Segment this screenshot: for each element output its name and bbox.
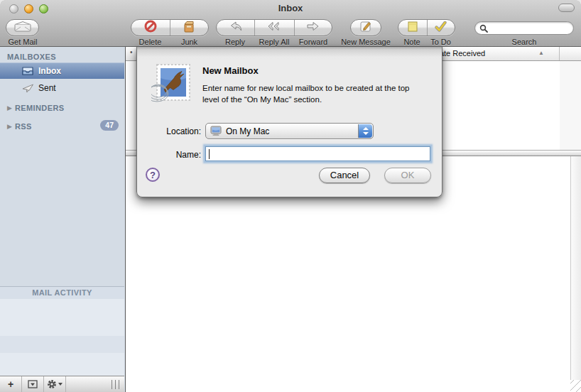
reply-all-arrows-icon: [267, 21, 281, 34]
location-value: On My Mac: [226, 126, 269, 136]
text-caret: [209, 149, 210, 159]
junk-bag-icon: [183, 21, 195, 36]
new-message-button[interactable]: [350, 19, 381, 36]
sticky-note-icon: [408, 21, 418, 35]
search-input[interactable]: [491, 23, 569, 33]
sidebar-resize-handle[interactable]: [112, 380, 121, 389]
reply-group: [216, 19, 332, 36]
sidebar-item-label: Sent: [38, 83, 56, 93]
forward-label: Forward: [294, 38, 332, 46]
mail-window: Inbox Get Mail: [0, 0, 581, 392]
sidebar-item-inbox[interactable]: Inbox: [0, 62, 124, 79]
location-label: Location:: [144, 126, 201, 136]
new-message-label: New Message: [339, 38, 393, 46]
paper-plane-icon: [21, 84, 34, 93]
sidebar-section-rss[interactable]: ▶ RSS 47: [0, 119, 124, 134]
prohibition-icon: [144, 20, 157, 36]
popup-stepper-icon: [358, 124, 372, 138]
new-mailbox-dialog: New Mailbox Enter name for new local mai…: [136, 47, 442, 197]
action-menu-button[interactable]: [44, 376, 66, 392]
name-label: Name:: [144, 150, 201, 160]
titlebar-toolbar: Inbox Get Mail: [0, 0, 581, 47]
reply-all-label: Reply All: [254, 38, 294, 46]
window-resize-grip[interactable]: [570, 380, 581, 392]
column-separator: [559, 47, 560, 60]
mailboxes-header: MAILBOXES: [7, 53, 56, 61]
junk-button[interactable]: [170, 20, 208, 36]
mail-stamp-icon: [151, 62, 191, 108]
delete-button[interactable]: [131, 20, 170, 36]
disclosure-triangle-icon[interactable]: ▶: [7, 123, 12, 130]
delete-junk-group: [131, 19, 209, 36]
cancel-button[interactable]: Cancel: [319, 168, 370, 183]
menu-arrow-icon: [58, 383, 63, 386]
inbox-tray-icon: [21, 67, 34, 75]
location-popup[interactable]: On My Mac: [205, 123, 374, 139]
magnifier-icon: [479, 24, 488, 33]
forward-button[interactable]: [294, 20, 332, 36]
sidebar-item-sent[interactable]: Sent: [0, 80, 124, 96]
name-field[interactable]: [205, 146, 430, 161]
disclosure-triangle-icon[interactable]: ▶: [7, 104, 12, 111]
reply-label: Reply: [216, 38, 254, 46]
delete-label: Delete: [131, 38, 170, 46]
toolbar-toggle-button[interactable]: [558, 4, 575, 12]
activity-stripe: [0, 336, 124, 353]
computer-icon: [210, 126, 222, 136]
plus-icon: +: [8, 379, 13, 390]
search-field[interactable]: [474, 21, 574, 35]
ok-button[interactable]: OK: [384, 168, 431, 183]
search-label: Search: [474, 38, 574, 46]
get-mail-label: Get Mail: [3, 38, 43, 46]
unread-count-badge: 47: [100, 120, 119, 131]
dialog-title: New Mailbox: [202, 65, 259, 76]
todo-label: To Do: [426, 38, 455, 46]
reply-button[interactable]: [217, 20, 254, 36]
sidebar-item-label: Inbox: [38, 66, 61, 76]
forward-arrow-icon: [306, 21, 320, 34]
checkmark-icon: [435, 21, 447, 35]
window-title: Inbox: [0, 3, 581, 13]
rss-header: RSS: [15, 122, 32, 131]
name-input[interactable]: [206, 148, 430, 161]
todo-button[interactable]: [427, 20, 455, 36]
reply-all-button[interactable]: [254, 20, 293, 36]
sidebar-bottom-bar: +: [0, 376, 124, 392]
gear-icon: [47, 379, 57, 389]
activity-stripe: [0, 299, 124, 336]
reminders-header: REMINDERS: [15, 104, 65, 112]
dialog-message: Enter name for new local mailbox to be c…: [202, 82, 437, 105]
preview-scrollbar-track[interactable]: [570, 156, 581, 380]
help-button[interactable]: ?: [146, 168, 160, 182]
envelope-icon: [14, 21, 31, 35]
reply-arrow-icon: [229, 21, 242, 34]
tray-toggle-icon: [28, 380, 38, 388]
sort-ascending-icon: ▲: [538, 50, 544, 56]
note-todo-group: [398, 19, 455, 36]
mailbox-sidebar: MAILBOXES Inbox Sent ▶ REMINDERS: [0, 47, 126, 392]
compose-pencil-icon: [360, 21, 372, 35]
note-button[interactable]: [398, 20, 427, 36]
junk-label: Junk: [170, 38, 209, 46]
sidebar-section-reminders[interactable]: ▶ REMINDERS: [0, 100, 124, 116]
note-label: Note: [398, 38, 426, 46]
list-scrollbar-track[interactable]: [560, 61, 581, 150]
mail-activity-header: MAIL ACTIVITY: [0, 286, 124, 299]
add-mailbox-button[interactable]: +: [0, 376, 22, 392]
get-mail-button[interactable]: [6, 19, 39, 36]
flag-column-header[interactable]: •: [130, 48, 133, 56]
activity-stripe: [0, 353, 124, 376]
toggle-activity-button[interactable]: [22, 376, 44, 392]
